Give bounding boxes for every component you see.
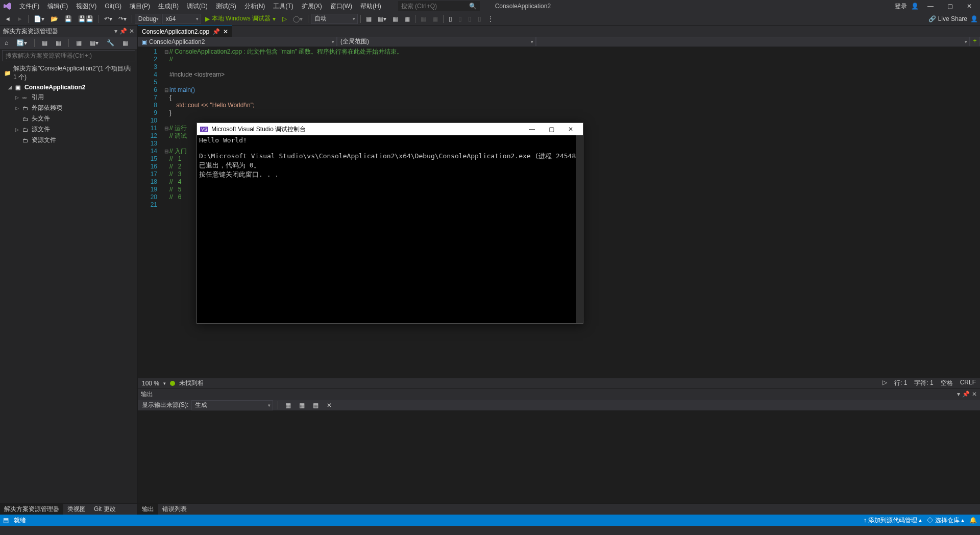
undo-icon[interactable]: ↶▾	[102, 14, 115, 23]
chevron-right-icon[interactable]: ▷	[15, 95, 20, 100]
tb-icon-4[interactable]: ▦	[402, 14, 412, 23]
out-icon-3[interactable]: ▦	[310, 401, 321, 410]
nav-plus-icon[interactable]: +	[970, 37, 980, 46]
console-scrollbar[interactable]	[576, 135, 583, 323]
save-all-icon[interactable]: 💾💾	[76, 14, 96, 23]
doc-tab-active[interactable]: ConsoleApplication2.cpp 📌 ✕	[138, 26, 232, 37]
config-combo[interactable]: Debug	[135, 14, 161, 24]
bell-icon[interactable]: 🔔	[969, 517, 977, 524]
nav-prev-icon[interactable]: ▷	[883, 379, 887, 387]
refs-node[interactable]: ▷▫▫引用	[2, 92, 135, 103]
tb-b[interactable]: ▦	[53, 38, 64, 47]
home-icon[interactable]: ⌂	[2, 38, 11, 47]
tb-icon-3[interactable]: ▦	[390, 14, 401, 23]
project-node[interactable]: ◢ ▣ ConsoleApplication2	[2, 83, 135, 92]
output-source-combo[interactable]: 生成	[191, 400, 273, 410]
tb-overflow-icon[interactable]: ⋮	[485, 14, 496, 23]
select-repo[interactable]: ◇ 选择仓库 ▴	[927, 516, 964, 525]
window-close[interactable]: ✕	[962, 3, 977, 10]
panel-dropdown-icon[interactable]: ▾	[114, 28, 117, 35]
clear-icon[interactable]: ✕	[324, 401, 334, 410]
panel-dropdown-icon[interactable]: ▾	[957, 391, 960, 398]
menu-window[interactable]: 窗口(W)	[326, 2, 356, 11]
close-icon[interactable]: ✕	[223, 28, 228, 35]
platform-combo[interactable]: x64	[162, 14, 201, 24]
console-close[interactable]: ✕	[561, 126, 580, 133]
output-body[interactable]	[138, 411, 980, 503]
login-button[interactable]: 登录	[895, 2, 907, 11]
ext-deps-node[interactable]: ▷🗀外部依赖项	[2, 103, 135, 113]
solution-node[interactable]: 📁 解决方案"ConsoleApplication2"(1 个项目/共 1 个)	[2, 63, 135, 83]
account-icon[interactable]: 👤	[911, 3, 919, 10]
panel-close-icon[interactable]: ✕	[972, 391, 977, 398]
nav-back-icon[interactable]: ◄	[2, 14, 13, 23]
feedback-icon[interactable]: 👤	[970, 15, 978, 22]
chevron-right-icon[interactable]: ▷	[15, 127, 20, 132]
menu-build[interactable]: 生成(B)	[154, 2, 183, 11]
panel-pin-icon[interactable]: 📌	[119, 28, 127, 35]
global-search[interactable]: 搜索 (Ctrl+Q) 🔍	[398, 1, 480, 11]
tab-error-list[interactable]: 错误列表	[158, 504, 191, 515]
menu-analyze[interactable]: 分析(N)	[240, 2, 270, 11]
nav-scope-combo[interactable]: (全局范围)	[337, 37, 536, 46]
nav-member-combo[interactable]	[536, 37, 970, 46]
properties-icon[interactable]: 🔧	[104, 38, 117, 47]
menu-help[interactable]: 帮助(H)	[356, 2, 385, 11]
tb-icon-1[interactable]: ▦	[363, 14, 374, 23]
chevron-down-icon[interactable]: ◢	[8, 85, 13, 90]
tasks-icon[interactable]: ▤	[3, 517, 9, 524]
zoom-level[interactable]: 100 %	[142, 380, 159, 387]
auto-combo[interactable]: 自动	[311, 14, 358, 24]
debug-options-icon[interactable]: ◯▾	[290, 14, 305, 23]
start-without-debug-icon[interactable]: ▷	[280, 14, 289, 23]
nav-forward-icon[interactable]: ►	[14, 14, 26, 23]
pin-icon[interactable]: 📌	[212, 28, 220, 35]
start-debug-button[interactable]: ▶ 本地 Windows 调试器 ▾	[202, 14, 279, 23]
tb-a[interactable]: ▦	[39, 38, 50, 47]
tab-solution-explorer[interactable]: 解决方案资源管理器	[0, 504, 63, 515]
menu-project[interactable]: 项目(P)	[126, 2, 154, 11]
menu-edit[interactable]: 编辑(E)	[43, 2, 72, 11]
menu-git[interactable]: Git(G)	[101, 3, 126, 10]
panel-close-icon[interactable]: ✕	[129, 28, 134, 35]
menu-file[interactable]: 文件(F)	[15, 2, 43, 11]
open-icon[interactable]: 📂	[48, 14, 61, 23]
tab-output[interactable]: 输出	[138, 504, 158, 515]
menu-tools[interactable]: 工具(T)	[269, 2, 297, 11]
folder-icon: 🗀	[22, 137, 30, 143]
explorer-search[interactable]: 搜索解决方案资源管理器(Ctrl+;)	[2, 50, 135, 61]
resources-node[interactable]: 🗀资源文件	[2, 135, 135, 145]
live-share-button[interactable]: 🔗 Live Share	[928, 15, 967, 22]
console-minimize[interactable]: —	[523, 126, 541, 133]
tab-class-view[interactable]: 类视图	[63, 504, 90, 515]
tb-c[interactable]: ▦	[74, 38, 84, 47]
headers-node[interactable]: 🗀头文件	[2, 113, 135, 124]
tab-git-changes[interactable]: Git 更改	[90, 504, 120, 515]
debug-console-window[interactable]: VS Microsoft Visual Studio 调试控制台 — ▢ ✕ H…	[197, 123, 583, 324]
menu-extensions[interactable]: 扩展(X)	[298, 2, 326, 11]
new-item-icon[interactable]: 📄▾	[31, 14, 47, 23]
window-maximize[interactable]: ▢	[942, 3, 958, 10]
console-maximize[interactable]: ▢	[542, 126, 560, 133]
menu-test[interactable]: 测试(S)	[212, 2, 240, 11]
save-icon[interactable]: 💾	[62, 14, 75, 23]
redo-icon[interactable]: ↷▾	[116, 14, 129, 23]
sync-icon[interactable]: 🔄▾	[14, 38, 30, 47]
bookmark-icon[interactable]: ▯	[446, 14, 455, 23]
tb-icon-2[interactable]: ▦▾	[375, 14, 389, 23]
show-all-icon[interactable]: ▦	[120, 38, 131, 47]
nav-project-combo[interactable]: ▣ConsoleApplication2	[138, 37, 337, 46]
status-bar: ▤ 就绪 ↑ 添加到源代码管理 ▴ ◇ 选择仓库 ▴ 🔔	[0, 515, 980, 526]
sources-node[interactable]: ▷🗀源文件	[2, 124, 135, 135]
panel-pin-icon[interactable]: 📌	[962, 391, 970, 398]
menu-view[interactable]: 视图(V)	[72, 2, 101, 11]
window-minimize[interactable]: —	[923, 3, 938, 10]
tb-disabled-3: ▯	[456, 14, 464, 23]
menu-debug[interactable]: 调试(D)	[183, 2, 212, 11]
console-body[interactable]: Hello World! D:\Microsoft Visual Studio\…	[197, 135, 583, 323]
tb-d[interactable]: ▦▾	[87, 38, 101, 47]
add-source-control[interactable]: ↑ 添加到源代码管理 ▴	[864, 516, 922, 525]
out-icon-1[interactable]: ▦	[283, 401, 293, 410]
chevron-right-icon[interactable]: ▷	[15, 106, 20, 111]
out-icon-2[interactable]: ▦	[297, 401, 307, 410]
